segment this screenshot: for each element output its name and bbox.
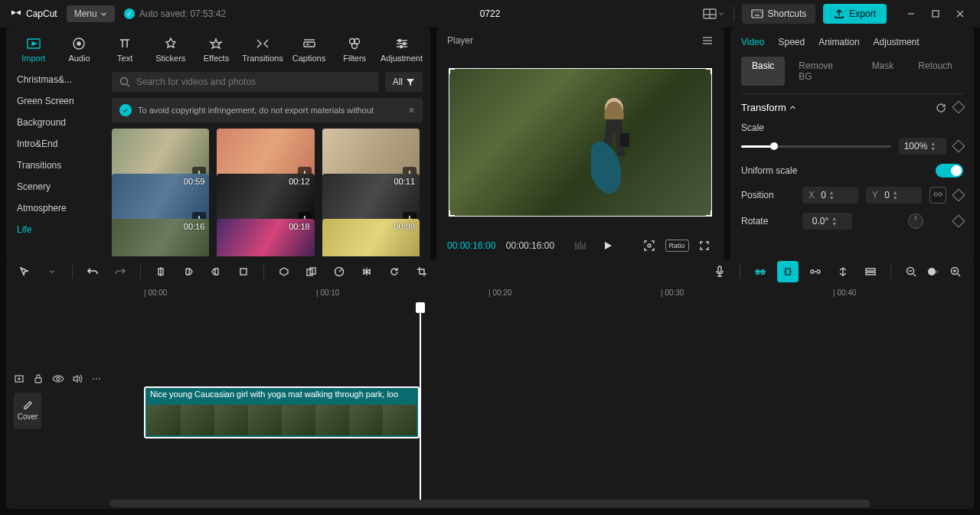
prop-subtab-retouch[interactable]: Retouch [907, 57, 963, 86]
timeline-ruler[interactable]: | 00:00| 00:10| 00:20| 00:30| 00:40 [6, 284, 974, 302]
player-menu-button[interactable] [701, 36, 714, 45]
category-christmas[interactable]: Christmas&... [6, 69, 104, 90]
uniform-scale-toggle[interactable] [936, 164, 963, 178]
category-introend[interactable]: Intro&End [6, 133, 104, 155]
scale-value-input[interactable]: 100% ▲▼ [899, 138, 946, 155]
link-button[interactable] [805, 261, 826, 282]
filter-button[interactable]: All [385, 72, 423, 92]
prop-tab-video[interactable]: Video [741, 34, 764, 51]
selection-tool-button[interactable] [14, 261, 35, 282]
media-item[interactable]: 00:08 [322, 219, 420, 256]
marker-button[interactable] [273, 261, 295, 282]
track-visible-button[interactable] [52, 373, 64, 385]
category-background[interactable]: Background [6, 112, 104, 133]
undo-button[interactable] [82, 261, 103, 282]
track-button[interactable] [860, 261, 881, 282]
position-link-button[interactable] [929, 187, 946, 204]
zoom-slider[interactable] [928, 270, 939, 273]
prop-tab-adjustment[interactable]: Adjustment [874, 34, 920, 51]
prop-subtab-mask[interactable]: Mask [861, 57, 905, 86]
video-clip[interactable]: Nice young Caucasian girl with yoga mat … [144, 386, 420, 438]
banner-close-button[interactable]: ✕ [408, 106, 415, 116]
track-add-button[interactable] [14, 373, 25, 385]
selection-dropdown[interactable] [41, 261, 63, 282]
mode-tab-adjustment[interactable]: Adjustment [379, 32, 424, 66]
search-input[interactable] [136, 77, 371, 87]
group-button[interactable] [301, 261, 322, 282]
crop-button[interactable] [411, 261, 433, 282]
rotate-keyframe-button[interactable] [952, 215, 965, 228]
uniform-scale-label: Uniform scale [741, 165, 928, 176]
mode-tab-captions[interactable]: Captions [288, 32, 331, 66]
play-button[interactable] [599, 236, 617, 255]
playhead[interactable] [420, 302, 421, 500]
category-greenscreen[interactable]: Green Screen [6, 90, 104, 112]
maximize-button[interactable] [925, 3, 946, 24]
mode-tab-audio[interactable]: Audio [58, 32, 101, 66]
category-life[interactable]: Life [6, 219, 104, 240]
zoom-in-button[interactable] [945, 261, 966, 282]
project-title[interactable]: 0722 [480, 8, 501, 19]
shortcuts-button[interactable]: Shortcuts [742, 4, 816, 24]
track-mute-button[interactable] [72, 373, 83, 385]
magnet-button[interactable] [750, 261, 771, 282]
zoom-out-button[interactable] [900, 261, 922, 282]
minimize-button[interactable] [900, 3, 922, 24]
scan-button[interactable] [640, 236, 658, 255]
track-lock-button[interactable] [33, 373, 44, 385]
mode-tab-effects[interactable]: Effects [195, 32, 238, 66]
prop-tab-animation[interactable]: Animation [818, 34, 859, 51]
fullscreen-button[interactable] [695, 236, 714, 255]
delete-button[interactable] [233, 261, 254, 282]
speed-button[interactable] [328, 261, 350, 282]
position-keyframe-button[interactable] [952, 189, 965, 202]
scale-keyframe-button[interactable] [952, 140, 965, 153]
mode-tab-transitions[interactable]: Transitions [240, 32, 284, 66]
category-transitions[interactable]: Transitions [6, 155, 104, 176]
trim-right-button[interactable] [205, 261, 227, 282]
clip-thumbnails [147, 405, 416, 435]
mic-button[interactable] [709, 261, 730, 282]
player-viewport[interactable] [447, 54, 714, 230]
position-y-input[interactable]: Y0▲▼ [866, 187, 922, 204]
app-logo: CapCut [9, 7, 57, 21]
transform-section-header[interactable]: Transform [741, 102, 963, 113]
scale-slider[interactable] [741, 145, 891, 148]
media-item[interactable]: 00:16 [112, 219, 209, 256]
player-panel: Player 00:00:16:00 00:00:16:00 [436, 28, 724, 262]
reset-button[interactable] [936, 103, 946, 113]
export-button[interactable]: Export [823, 4, 887, 24]
media-item[interactable]: 00:18 [217, 219, 314, 256]
rotate-value-input[interactable]: 0.0°▲▼ [802, 213, 852, 230]
category-scenery[interactable]: Scenery [6, 176, 104, 197]
split-button[interactable] [150, 261, 172, 282]
cover-button[interactable]: Cover [14, 393, 41, 429]
mirror-button[interactable] [356, 261, 377, 282]
track-lanes[interactable]: Nice young Caucasian girl with yoga mat … [109, 302, 974, 500]
track-more-button[interactable]: ⋯ [90, 373, 102, 385]
rotate-button[interactable] [384, 261, 405, 282]
close-button[interactable] [949, 3, 971, 24]
layout-button[interactable] [701, 3, 726, 24]
position-x-input[interactable]: X0▲▼ [802, 187, 858, 204]
rotate-knob[interactable] [908, 213, 923, 229]
prop-subtab-removebg[interactable]: Remove BG [788, 57, 858, 86]
level-meter-icon[interactable] [571, 236, 590, 255]
menu-button[interactable]: Menu [67, 5, 115, 22]
mode-tab-filters[interactable]: Filters [333, 32, 376, 66]
timeline-scrollbar[interactable] [109, 500, 871, 507]
mode-tab-text[interactable]: Text [103, 32, 146, 66]
keyframe-button[interactable] [952, 100, 965, 113]
prop-tab-speed[interactable]: Speed [778, 34, 805, 51]
trim-left-button[interactable] [178, 261, 199, 282]
auto-snap-button[interactable] [777, 261, 799, 282]
mode-tab-stickers[interactable]: Stickers [149, 32, 192, 66]
prop-subtab-basic[interactable]: Basic [741, 57, 785, 86]
mode-tab-import[interactable]: Import [12, 32, 55, 66]
search-input-wrapper[interactable] [112, 72, 379, 92]
preview-axis-button[interactable] [832, 261, 854, 282]
video-frame[interactable] [449, 68, 712, 217]
redo-button[interactable] [109, 261, 131, 282]
ratio-button[interactable]: Ratio [668, 236, 686, 255]
category-atmosphere[interactable]: Atmosphere [6, 197, 104, 219]
